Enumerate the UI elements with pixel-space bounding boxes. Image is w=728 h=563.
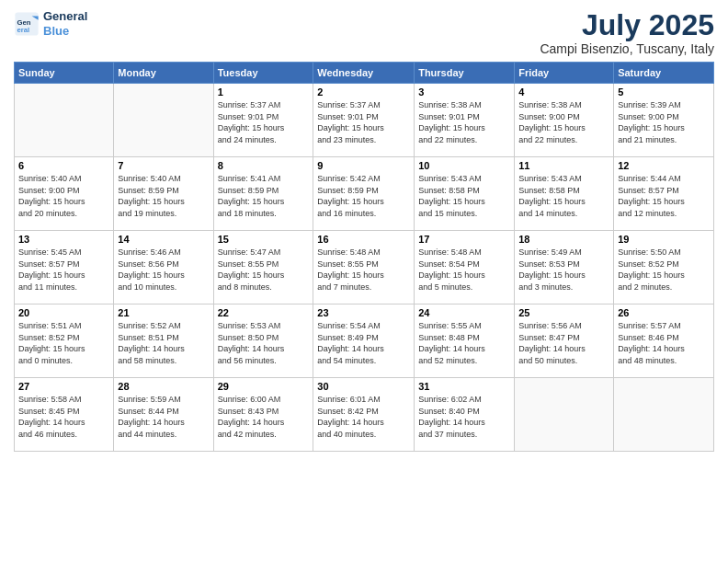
calendar-cell: 9Sunrise: 5:42 AM Sunset: 8:59 PM Daylig… <box>313 157 415 231</box>
day-number: 7 <box>118 160 209 171</box>
day-detail: Sunrise: 5:39 AM Sunset: 9:00 PM Dayligh… <box>618 99 710 145</box>
weekday-header-wednesday: Wednesday <box>313 63 415 84</box>
day-number: 5 <box>618 86 710 98</box>
day-number: 10 <box>418 160 510 171</box>
day-number: 17 <box>418 234 510 245</box>
day-number: 12 <box>618 160 710 171</box>
day-number: 16 <box>317 234 410 245</box>
day-detail: Sunrise: 5:40 AM Sunset: 8:59 PM Dayligh… <box>118 173 209 219</box>
logo-line2: Blue <box>43 24 69 38</box>
day-detail: Sunrise: 5:44 AM Sunset: 8:57 PM Dayligh… <box>618 173 710 219</box>
calendar-week-2: 6Sunrise: 5:40 AM Sunset: 9:00 PM Daylig… <box>15 157 714 231</box>
day-detail: Sunrise: 5:38 AM Sunset: 9:01 PM Dayligh… <box>418 99 510 145</box>
calendar-cell: 7Sunrise: 5:40 AM Sunset: 8:59 PM Daylig… <box>114 157 213 231</box>
day-number: 9 <box>317 160 410 171</box>
day-detail: Sunrise: 5:48 AM Sunset: 8:54 PM Dayligh… <box>418 247 510 293</box>
day-number: 28 <box>118 381 209 392</box>
weekday-header-saturday: Saturday <box>614 63 714 84</box>
day-detail: Sunrise: 6:00 AM Sunset: 8:43 PM Dayligh… <box>218 394 310 440</box>
day-number: 24 <box>418 307 510 318</box>
day-detail: Sunrise: 5:40 AM Sunset: 9:00 PM Dayligh… <box>18 173 109 219</box>
calendar-cell: 1Sunrise: 5:37 AM Sunset: 9:01 PM Daylig… <box>213 84 313 157</box>
day-detail: Sunrise: 5:45 AM Sunset: 8:57 PM Dayligh… <box>18 247 109 293</box>
calendar-cell: 21Sunrise: 5:52 AM Sunset: 8:51 PM Dayli… <box>114 304 213 378</box>
day-detail: Sunrise: 5:43 AM Sunset: 8:58 PM Dayligh… <box>418 173 510 219</box>
day-detail: Sunrise: 5:47 AM Sunset: 8:55 PM Dayligh… <box>218 247 310 293</box>
day-detail: Sunrise: 5:54 AM Sunset: 8:49 PM Dayligh… <box>317 320 410 366</box>
weekday-header-thursday: Thursday <box>415 63 515 84</box>
subtitle: Campi Bisenzio, Tuscany, Italy <box>540 41 714 56</box>
day-detail: Sunrise: 5:53 AM Sunset: 8:50 PM Dayligh… <box>218 320 310 366</box>
day-detail: Sunrise: 5:51 AM Sunset: 8:52 PM Dayligh… <box>18 320 109 366</box>
calendar-cell: 16Sunrise: 5:48 AM Sunset: 8:55 PM Dayli… <box>313 231 415 304</box>
day-detail: Sunrise: 6:01 AM Sunset: 8:42 PM Dayligh… <box>317 394 410 440</box>
day-number: 30 <box>317 381 410 392</box>
calendar-cell: 30Sunrise: 6:01 AM Sunset: 8:42 PM Dayli… <box>313 378 415 452</box>
calendar-cell: 26Sunrise: 5:57 AM Sunset: 8:46 PM Dayli… <box>614 304 714 378</box>
day-detail: Sunrise: 5:57 AM Sunset: 8:46 PM Dayligh… <box>618 320 710 366</box>
calendar-cell: 11Sunrise: 5:43 AM Sunset: 8:58 PM Dayli… <box>515 157 614 231</box>
day-number: 11 <box>518 160 609 171</box>
day-number: 25 <box>518 307 609 318</box>
calendar-cell: 24Sunrise: 5:55 AM Sunset: 8:48 PM Dayli… <box>415 304 515 378</box>
day-detail: Sunrise: 5:37 AM Sunset: 9:01 PM Dayligh… <box>218 99 310 145</box>
day-number: 3 <box>418 86 510 98</box>
calendar-cell: 3Sunrise: 5:38 AM Sunset: 9:01 PM Daylig… <box>415 84 515 157</box>
calendar-cell <box>15 84 114 157</box>
calendar-cell <box>114 84 213 157</box>
calendar-cell: 31Sunrise: 6:02 AM Sunset: 8:40 PM Dayli… <box>415 378 515 452</box>
header: Gen eral General Blue July 2025 Campi Bi… <box>14 9 714 56</box>
day-detail: Sunrise: 5:56 AM Sunset: 8:47 PM Dayligh… <box>518 320 609 366</box>
day-detail: Sunrise: 5:49 AM Sunset: 8:53 PM Dayligh… <box>518 247 609 293</box>
day-number: 2 <box>317 86 410 98</box>
weekday-header-sunday: Sunday <box>15 63 114 84</box>
day-detail: Sunrise: 5:46 AM Sunset: 8:56 PM Dayligh… <box>118 247 209 293</box>
calendar-cell: 13Sunrise: 5:45 AM Sunset: 8:57 PM Dayli… <box>15 231 114 304</box>
calendar-cell: 10Sunrise: 5:43 AM Sunset: 8:58 PM Dayli… <box>415 157 515 231</box>
calendar: SundayMondayTuesdayWednesdayThursdayFrid… <box>14 62 714 452</box>
calendar-cell: 23Sunrise: 5:54 AM Sunset: 8:49 PM Dayli… <box>313 304 415 378</box>
day-number: 14 <box>118 234 209 245</box>
title-block: July 2025 Campi Bisenzio, Tuscany, Italy <box>540 9 714 56</box>
day-detail: Sunrise: 5:50 AM Sunset: 8:52 PM Dayligh… <box>618 247 710 293</box>
logo-line1: General <box>43 9 87 24</box>
calendar-cell: 12Sunrise: 5:44 AM Sunset: 8:57 PM Dayli… <box>614 157 714 231</box>
weekday-header-row: SundayMondayTuesdayWednesdayThursdayFrid… <box>15 63 714 84</box>
calendar-cell: 20Sunrise: 5:51 AM Sunset: 8:52 PM Dayli… <box>15 304 114 378</box>
svg-text:eral: eral <box>17 26 30 34</box>
day-detail: Sunrise: 5:58 AM Sunset: 8:45 PM Dayligh… <box>18 394 109 440</box>
calendar-cell: 27Sunrise: 5:58 AM Sunset: 8:45 PM Dayli… <box>15 378 114 452</box>
calendar-cell <box>614 378 714 452</box>
calendar-cell: 25Sunrise: 5:56 AM Sunset: 8:47 PM Dayli… <box>515 304 614 378</box>
day-number: 27 <box>18 381 109 392</box>
day-detail: Sunrise: 5:52 AM Sunset: 8:51 PM Dayligh… <box>118 320 209 366</box>
calendar-cell: 17Sunrise: 5:48 AM Sunset: 8:54 PM Dayli… <box>415 231 515 304</box>
calendar-cell: 22Sunrise: 5:53 AM Sunset: 8:50 PM Dayli… <box>213 304 313 378</box>
logo-icon: Gen eral <box>14 11 40 37</box>
calendar-cell: 6Sunrise: 5:40 AM Sunset: 9:00 PM Daylig… <box>15 157 114 231</box>
day-detail: Sunrise: 5:41 AM Sunset: 8:59 PM Dayligh… <box>218 173 310 219</box>
weekday-header-tuesday: Tuesday <box>213 63 313 84</box>
day-number: 19 <box>618 234 710 245</box>
calendar-cell: 28Sunrise: 5:59 AM Sunset: 8:44 PM Dayli… <box>114 378 213 452</box>
calendar-week-5: 27Sunrise: 5:58 AM Sunset: 8:45 PM Dayli… <box>15 378 714 452</box>
calendar-cell: 18Sunrise: 5:49 AM Sunset: 8:53 PM Dayli… <box>515 231 614 304</box>
day-number: 26 <box>618 307 710 318</box>
day-detail: Sunrise: 5:59 AM Sunset: 8:44 PM Dayligh… <box>118 394 209 440</box>
day-number: 4 <box>518 86 609 98</box>
day-number: 1 <box>218 86 310 98</box>
day-number: 18 <box>518 234 609 245</box>
calendar-cell: 15Sunrise: 5:47 AM Sunset: 8:55 PM Dayli… <box>213 231 313 304</box>
day-detail: Sunrise: 5:38 AM Sunset: 9:00 PM Dayligh… <box>518 99 609 145</box>
day-number: 13 <box>18 234 109 245</box>
page: Gen eral General Blue July 2025 Campi Bi… <box>0 0 728 563</box>
day-detail: Sunrise: 5:43 AM Sunset: 8:58 PM Dayligh… <box>518 173 609 219</box>
day-number: 23 <box>317 307 410 318</box>
calendar-cell <box>515 378 614 452</box>
calendar-cell: 14Sunrise: 5:46 AM Sunset: 8:56 PM Dayli… <box>114 231 213 304</box>
day-number: 22 <box>218 307 310 318</box>
calendar-cell: 8Sunrise: 5:41 AM Sunset: 8:59 PM Daylig… <box>213 157 313 231</box>
day-detail: Sunrise: 5:37 AM Sunset: 9:01 PM Dayligh… <box>317 99 410 145</box>
weekday-header-friday: Friday <box>515 63 614 84</box>
logo-text: General Blue <box>43 9 87 38</box>
